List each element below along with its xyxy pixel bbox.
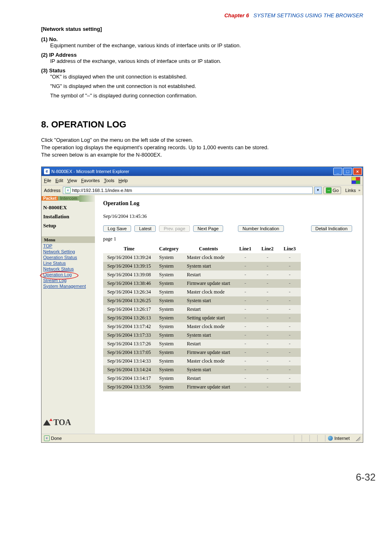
- log-save-button[interactable]: Log Save: [103, 225, 131, 232]
- titlebar: e N-8000EX - Microsoft Internet Explorer…: [42, 167, 363, 176]
- table-row: Sep/16/2004 13:39:24SystemMaster clock m…: [103, 253, 301, 262]
- next-page-button[interactable]: Next Page: [193, 225, 223, 232]
- internet-zone-icon: [328, 436, 333, 441]
- links-chevron-icon[interactable]: »: [358, 188, 360, 192]
- latest-button[interactable]: Latest: [134, 225, 156, 232]
- resize-grip-icon[interactable]: [355, 435, 360, 441]
- sidebar: Packet Intercom N-8000EX Installation Se…: [42, 195, 95, 434]
- toa-mark-icon: [43, 419, 51, 426]
- page-icon: e: [65, 187, 71, 193]
- table-row: Sep/16/2004 13:26:34SystemMaster clock m…: [103, 288, 301, 296]
- sidebar-link-line-status[interactable]: Line Status: [42, 260, 95, 266]
- table-row: Sep/16/2004 13:17:26SystemRestart---: [103, 340, 301, 348]
- detail-indication-button[interactable]: Detail Indication: [311, 225, 352, 232]
- maximize-button[interactable]: □: [343, 168, 352, 175]
- item-label: (1) No.: [41, 36, 363, 42]
- address-bar: Address e http://192.168.1.1/index-e.htm…: [42, 185, 363, 195]
- url: http://192.168.1.1/index-e.htm: [72, 188, 132, 193]
- table-row: Sep/16/2004 13:26:25SystemSystem start--…: [103, 296, 301, 305]
- sidebar-link-network-setting[interactable]: Network Setting: [42, 249, 95, 254]
- menu-view[interactable]: View: [67, 178, 77, 183]
- col-line2: Line2: [256, 245, 279, 253]
- col-line3: Line3: [279, 245, 301, 253]
- status-zone: Internet: [334, 436, 350, 441]
- sidebar-link-network-status[interactable]: Network Status: [42, 266, 95, 272]
- item-desc: The symbol of "–" is displayed during co…: [50, 92, 363, 99]
- menu-help[interactable]: Help: [118, 178, 128, 183]
- ie-icon: e: [44, 169, 50, 174]
- item-desc: "OK" is displayed when the unit connecti…: [50, 74, 363, 80]
- table-row: Sep/16/2004 13:39:15SystemSystem start--…: [103, 262, 301, 271]
- go-arrow-icon: →: [326, 187, 332, 193]
- menu-header: Menu: [42, 236, 95, 243]
- item-label: (2) IP Address: [41, 52, 363, 58]
- timestamp: Sep/16/2004 13:45:36: [103, 213, 355, 220]
- subheading: [Network status setting]: [41, 26, 363, 32]
- address-input[interactable]: e http://192.168.1.1/index-e.htm: [63, 187, 312, 194]
- window-title: N-8000EX - Microsoft Internet Explorer: [51, 169, 333, 174]
- page-title: Operation Log: [103, 200, 355, 207]
- brand-bar: Packet Intercom: [42, 195, 95, 202]
- model-name: N-8000EX: [43, 204, 95, 211]
- section8-p3: The screen below is an example for the N…: [41, 151, 363, 159]
- chapter-header: Chapter 6 SYSTEM SETTINGS USING THE BROW…: [41, 12, 363, 18]
- table-row: Sep/16/2004 13:26:17SystemRestart---: [103, 305, 301, 314]
- col-contents: Contents: [183, 245, 234, 253]
- sidebar-link-operation-status[interactable]: Operation Status: [42, 254, 95, 260]
- menu-file[interactable]: File: [44, 178, 51, 183]
- menu-tools[interactable]: Tools: [104, 178, 115, 183]
- sidebar-link-top[interactable]: TOP: [42, 243, 95, 249]
- go-button[interactable]: → Go: [323, 187, 341, 194]
- menubar: FileEditViewFavoritesToolsHelp: [42, 176, 363, 185]
- sb-setup: Setup: [43, 222, 95, 229]
- close-button[interactable]: ×: [353, 168, 362, 175]
- number-indication-button[interactable]: Number Indication: [238, 225, 284, 232]
- table-row: Sep/16/2004 13:39:08SystemRestart---: [103, 271, 301, 279]
- section8-p2: The operation log displays the equipment…: [41, 144, 363, 151]
- log-table: TimeCategoryContentsLine1Line2Line3 Sep/…: [103, 245, 301, 391]
- page-number: 6-32: [0, 472, 392, 483]
- col-category: Category: [155, 245, 182, 253]
- section8-heading: 8. OPERATION LOG: [41, 119, 363, 130]
- prev-page-button[interactable]: Prev. page: [159, 225, 189, 232]
- item-desc: Equipment number of the exchange, variou…: [50, 42, 363, 49]
- sidebar-link-operation-log[interactable]: Operation Log: [42, 272, 74, 278]
- chapter-title: SYSTEM SETTINGS USING THE BROWSER: [254, 12, 363, 18]
- sidebar-link-system-management[interactable]: System Management: [42, 283, 95, 289]
- links-label[interactable]: Links: [345, 188, 356, 193]
- table-row: Sep/16/2004 13:17:05SystemFirmware updat…: [103, 348, 301, 357]
- col-time: Time: [103, 245, 155, 253]
- menu-favorites[interactable]: Favorites: [81, 178, 99, 183]
- item-desc: "NG" is displayed when the unit connecti…: [50, 83, 363, 89]
- table-row: Sep/16/2004 13:17:33SystemSystem start--…: [103, 331, 301, 340]
- browser-window: e N-8000EX - Microsoft Internet Explorer…: [41, 166, 363, 443]
- address-dropdown-button[interactable]: ▼: [314, 187, 322, 194]
- table-row: Sep/16/2004 13:13:56SystemFirmware updat…: [103, 383, 301, 391]
- col-line1: Line1: [234, 245, 256, 253]
- status-page-icon: e: [44, 435, 50, 441]
- table-row: Sep/16/2004 13:26:13SystemSetting update…: [103, 314, 301, 322]
- toa-logo: TOA: [42, 414, 95, 434]
- item-label: (3) Status: [41, 67, 363, 74]
- minimize-button[interactable]: _: [333, 168, 342, 175]
- brand-packet: Packet: [42, 196, 58, 201]
- table-row: Sep/16/2004 13:38:46SystemFirmware updat…: [103, 279, 301, 288]
- table-row: Sep/16/2004 13:14:33SystemMaster clock m…: [103, 357, 301, 365]
- page-indicator: page 1: [103, 236, 355, 242]
- sb-install: Installation: [43, 213, 95, 220]
- status-bar: e Done Internet: [42, 434, 363, 442]
- table-row: Sep/16/2004 13:17:42SystemMaster clock m…: [103, 322, 301, 331]
- section8-p1: Click "Operation Log" on the menu on the…: [41, 136, 363, 144]
- table-row: Sep/16/2004 13:14:17SystemRestart---: [103, 374, 301, 383]
- status-done: Done: [51, 436, 62, 441]
- table-row: Sep/16/2004 13:14:24SystemSystem start--…: [103, 365, 301, 374]
- item-desc: IP address of the exchange, various kind…: [50, 58, 363, 64]
- sidebar-link-stream-log[interactable]: Stream Log: [42, 278, 95, 283]
- brand-intercom: Intercom: [58, 196, 79, 201]
- chapter-label: Chapter 6: [224, 12, 249, 18]
- main-content: Operation Log Sep/16/2004 13:45:36 Log S…: [95, 195, 363, 434]
- menu-edit[interactable]: Edit: [55, 178, 63, 183]
- windows-logo-icon: [351, 177, 360, 184]
